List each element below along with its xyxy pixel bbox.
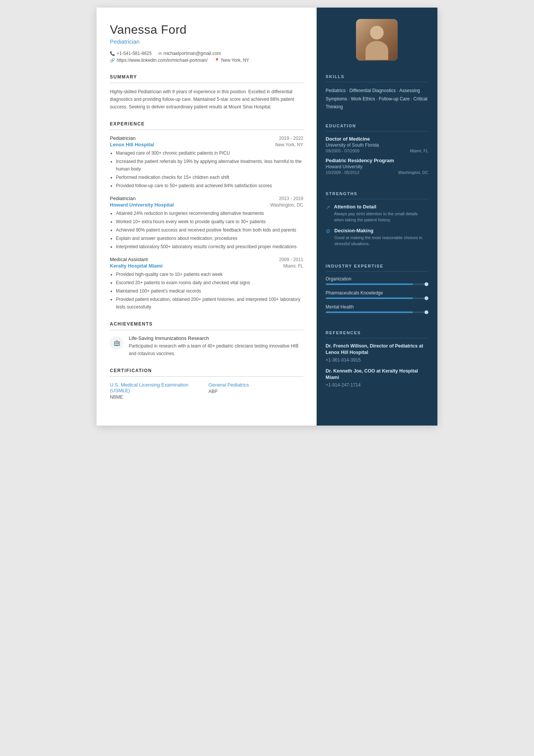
skills-divider	[326, 82, 428, 82]
edu-details-1: 09/2005 - 07/2009 Miami, FL	[326, 149, 428, 153]
edu-location-1: Miami, FL	[410, 149, 428, 153]
job-2-location: Washington, DC	[270, 202, 303, 208]
skills-section: SKILLS Pediatrics · Differential Diagnos…	[317, 68, 437, 117]
achievements-title: ACHIEVEMENTS	[110, 321, 303, 327]
education-section: EDUCATION Doctor of Medicine University …	[317, 117, 437, 185]
cert-issuer-2: ABP	[208, 389, 303, 394]
strength-item-1: ↗ Attention to Detail Always pay strict …	[326, 204, 428, 223]
expertise-bar-fill-3	[326, 311, 413, 313]
job-2-bullet-5: Interpreted laboratory 500+ laboratory r…	[116, 243, 303, 251]
strength-desc-2: Good at making the most reasonable choic…	[334, 235, 428, 247]
phone-text: +1-541-581-8625	[117, 51, 151, 56]
email-icon: ✉	[158, 51, 162, 56]
strength-icon-2: ⚙	[326, 228, 331, 234]
left-column: Vanessa Ford Pediatrician 📞 +1-541-581-8…	[97, 8, 317, 426]
job-3-header: Medical Assistant 2009 - 2011	[110, 257, 303, 262]
photo-placeholder	[356, 19, 398, 61]
achievement-title-1: Life-Saving Immunizations Research	[129, 335, 303, 341]
strength-desc-1: Always pay strict attention to the small…	[334, 211, 428, 223]
edu-details-2: 10/2009 - 05/2012 Washington, DC	[326, 170, 428, 175]
cert-item-1: U.S. Medical Licensing Examination (USML…	[110, 382, 205, 400]
ref-phone-2: +1-914-247-1714	[326, 382, 428, 388]
cert-issuer-1: NBME	[110, 394, 205, 400]
certification-divider	[110, 376, 303, 377]
certification-grid: U.S. Medical Licensing Examination (USML…	[110, 382, 303, 400]
strength-title-1: Attention to Detail	[334, 204, 428, 210]
edu-location-2: Washington, DC	[398, 170, 428, 175]
expertise-bar-bg-2	[326, 297, 428, 299]
cert-item-2: General Pediatrics ABP	[208, 382, 303, 400]
link-icon: 🔗	[110, 58, 115, 63]
job-3-bullets: Provided high-quality care to 10+ patien…	[110, 271, 303, 311]
expertise-item-2: Pharmaceuticals Knowledge	[326, 290, 428, 299]
expertise-bar-fill-2	[326, 297, 413, 299]
summary-divider	[110, 83, 303, 83]
job-3-bullet-2: Escorted 20+ patients to exam rooms dail…	[116, 279, 303, 287]
job-1-bullet-3: Performed medication checks for 15+ chil…	[116, 174, 303, 182]
achievement-content-1: Life-Saving Immunizations Research Parti…	[129, 335, 303, 357]
contact-row: 📞 +1-541-581-8625 ✉ michaelportman@gmail…	[110, 51, 303, 63]
summary-section: SUMMARY Highly-skilled Pediatrician with…	[110, 74, 303, 111]
achievement-desc-1: Participated in research with a team of …	[129, 343, 303, 357]
expertise-bar-dot-1	[425, 282, 428, 286]
job-2-title: Pediatrician	[110, 196, 136, 201]
skills-title: SKILLS	[326, 74, 428, 79]
job-1-header: Pediatrician 2019 - 2022	[110, 135, 303, 141]
industry-expertise-section: INDUSTRY EXPERTISE Organization Pharmace…	[317, 258, 437, 324]
achievement-item-1: 🏥 Life-Saving Immunizations Research Par…	[110, 335, 303, 357]
job-1-location: New York, NY	[275, 142, 303, 147]
expertise-bar-bg-3	[326, 311, 428, 313]
edu-institution-2: Howard University	[326, 164, 428, 169]
job-1-company-row: Lenox Hill Hospital New York, NY	[110, 142, 303, 147]
email-contact: ✉ michaelportman@gmail.com	[158, 51, 221, 56]
summary-title: SUMMARY	[110, 74, 303, 80]
right-column: SKILLS Pediatrics · Differential Diagnos…	[317, 8, 437, 426]
job-3-bullet-4: Provided patient education, obtained 200…	[116, 296, 303, 311]
experience-title: EXPERIENCE	[110, 121, 303, 127]
job-2-bullet-1: Attained 24% reduction in surgeries reco…	[116, 210, 303, 218]
job-2-company: Howard University Hospital	[110, 202, 174, 208]
location-icon: 📍	[214, 58, 220, 63]
skills-text: Pediatrics · Differential Diagnostics · …	[326, 87, 428, 111]
job-1-bullets: Managed care of 300+ chronic pediatric p…	[110, 150, 303, 189]
education-divider	[326, 131, 428, 131]
certification-section: CERTIFICATION U.S. Medical Licensing Exa…	[110, 368, 303, 400]
edu-item-1: Doctor of Medicine University of South F…	[326, 136, 428, 153]
edu-dates-2: 10/2009 - 05/2012	[326, 170, 359, 175]
job-2-header: Pediatrician 2013 - 2019	[110, 196, 303, 201]
expertise-label-3: Mental Health	[326, 304, 428, 310]
experience-section: EXPERIENCE Pediatrician 2019 - 2022 Leno…	[110, 121, 303, 311]
job-1-bullet-4: Provided follow-up care to 50+ patients …	[116, 182, 303, 190]
job-2-bullet-4: Explain and answer questions about medic…	[116, 235, 303, 243]
photo-area	[317, 8, 437, 68]
location-text: New York, NY	[221, 58, 249, 63]
edu-item-2: Pediatric Residency Program Howard Unive…	[326, 158, 428, 175]
expertise-item-1: Organization	[326, 276, 428, 285]
job-3-company: Keralty Hospital Miami	[110, 263, 162, 269]
expertise-bar-dot-2	[425, 296, 428, 300]
industry-expertise-divider	[326, 271, 428, 272]
expertise-item-3: Mental Health	[326, 304, 428, 313]
job-1-bullet-1: Managed care of 300+ chronic pediatric p…	[116, 150, 303, 157]
resume-wrapper: Vanessa Ford Pediatrician 📞 +1-541-581-8…	[97, 8, 437, 426]
ref-phone-1: +1-361-014-3915	[326, 357, 428, 363]
education-title: EDUCATION	[326, 124, 428, 128]
job-3-bullet-1: Provided high-quality care to 10+ patien…	[116, 271, 303, 279]
ref-item-2: Dr. Kenneth Joe, COO at Keralty Hospital…	[326, 368, 428, 388]
job-2-bullets: Attained 24% reduction in surgeries reco…	[110, 210, 303, 250]
ref-item-1: Dr. French Willson, Director of Pediatri…	[326, 343, 428, 363]
strength-icon-1: ↗	[326, 204, 330, 210]
references-section: REFERENCES Dr. French Willson, Director …	[317, 324, 437, 399]
ref-name-1: Dr. French Willson, Director of Pediatri…	[326, 343, 428, 356]
candidate-title: Pediatrician	[110, 38, 303, 45]
cert-name-2: General Pediatrics	[208, 382, 303, 388]
linkedin-contact: 🔗 https://www.linkedin.com/in/michael-po…	[110, 58, 208, 63]
job-1-company: Lenox Hill Hospital	[110, 142, 154, 147]
job-3-location: Miami, FL	[283, 263, 303, 269]
strength-item-2: ⚙ Decision-Making Good at making the mos…	[326, 228, 428, 247]
strengths-section: STRENGTHS ↗ Attention to Detail Always p…	[317, 185, 437, 258]
achievement-icon-1: 🏥	[110, 336, 123, 350]
linkedin-text: https://www.linkedin.com/in/michael-port…	[117, 58, 208, 63]
references-title: REFERENCES	[326, 330, 428, 335]
expertise-bar-fill-1	[326, 283, 413, 285]
